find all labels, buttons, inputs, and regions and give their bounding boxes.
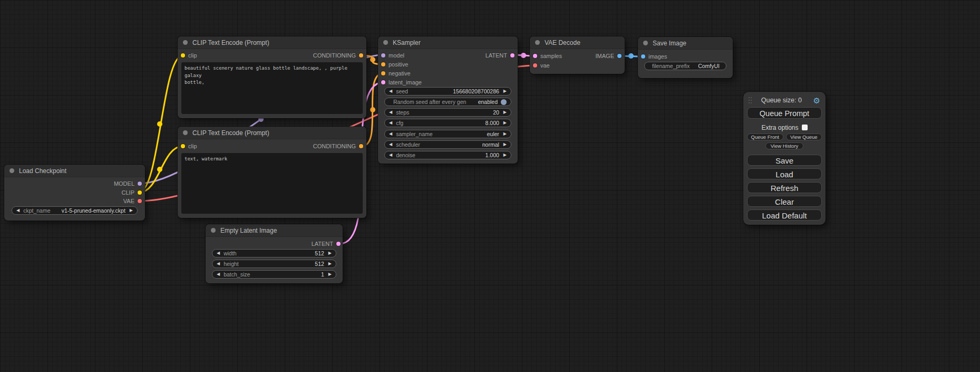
vae-slot-dot[interactable] [533, 63, 537, 68]
queue-prompt-button[interactable]: Queue Prompt [747, 107, 822, 119]
node-title-bar[interactable]: Save Image [638, 37, 733, 50]
node-graph-canvas[interactable]: Load Checkpoint MODEL CLIP VAE ckpt_name… [0, 0, 980, 372]
image-slot-dot[interactable] [617, 54, 622, 58]
node-empty-latent-image[interactable]: Empty Latent Image LATENT width 512 heig… [206, 224, 343, 283]
output-slot-conditioning[interactable]: CONDITIONING [313, 51, 363, 60]
node-collapse-dot[interactable] [535, 40, 540, 45]
stepper-right-icon[interactable] [503, 110, 507, 115]
output-slot-image[interactable]: IMAGE [596, 52, 622, 60]
cfg-widget[interactable]: cfg 8.000 [384, 119, 511, 127]
stepper-left-icon[interactable] [217, 272, 220, 276]
node-collapse-dot[interactable] [183, 130, 188, 135]
link-midpoint-dot[interactable] [370, 57, 375, 62]
link-midpoint-dot[interactable] [157, 121, 162, 127]
clip-slot-dot[interactable] [181, 53, 185, 58]
link-midpoint-dot[interactable] [157, 167, 162, 172]
input-slot-vae[interactable]: vae [533, 61, 550, 70]
queue-front-button[interactable]: Queue Front [747, 133, 783, 140]
node-save-image[interactable]: Save Image images filename_prefix ComfyU… [638, 37, 733, 78]
stepper-left-icon[interactable] [389, 132, 392, 136]
denoise-widget[interactable]: denoise 1.000 [384, 151, 511, 159]
node-collapse-dot[interactable] [183, 40, 188, 45]
filename-prefix-widget[interactable]: filename_prefix ComfyUI [644, 62, 726, 70]
node-title-bar[interactable]: Load Checkpoint [4, 165, 145, 177]
vae-slot-dot[interactable] [138, 199, 142, 203]
load-default-button[interactable]: Load Default [747, 209, 822, 221]
node-title-bar[interactable]: KSampler [378, 36, 518, 49]
node-collapse-dot[interactable] [643, 41, 648, 45]
scheduler-widget[interactable]: scheduler normal [384, 140, 511, 149]
positive-prompt-textarea[interactable]: beautiful scenery nature glass bottle la… [181, 62, 363, 114]
stepper-right-icon[interactable] [503, 142, 507, 147]
input-slot-images[interactable]: images [641, 52, 667, 61]
queue-menu-panel[interactable]: Queue size: 0 Queue Prompt Extra options… [743, 92, 826, 225]
stepper-right-icon[interactable] [328, 251, 332, 255]
link-midpoint-dot[interactable] [370, 107, 375, 112]
steps-widget[interactable]: steps 20 [384, 108, 511, 117]
stepper-right-icon[interactable] [503, 132, 507, 136]
output-slot-clip[interactable]: CLIP [122, 188, 142, 197]
model-slot-dot[interactable] [138, 182, 142, 186]
sampler-name-widget[interactable]: sampler_name euler [384, 130, 511, 138]
stepper-left-icon[interactable] [389, 142, 392, 147]
settings-gear-icon[interactable] [813, 97, 820, 104]
node-clip-text-encode-negative[interactable]: CLIP Text Encode (Prompt) clip CONDITION… [178, 127, 366, 218]
input-slot-samples[interactable]: samples [533, 52, 562, 60]
input-slot-positive[interactable]: positive [381, 60, 408, 69]
latent-slot-dot[interactable] [381, 80, 385, 84]
input-slot-clip[interactable]: clip [181, 51, 197, 60]
model-slot-dot[interactable] [381, 53, 385, 58]
output-slot-vae[interactable]: VAE [123, 197, 142, 205]
latent-slot-dot[interactable] [533, 54, 537, 58]
height-widget[interactable]: height 512 [212, 260, 336, 268]
node-title-bar[interactable]: VAE Decode [530, 36, 625, 49]
node-collapse-dot[interactable] [211, 228, 216, 233]
batch-size-widget[interactable]: batch_size 1 [212, 270, 336, 279]
node-collapse-dot[interactable] [383, 40, 388, 45]
stepper-right-icon[interactable] [328, 272, 332, 276]
stepper-left-icon[interactable] [217, 262, 220, 266]
node-load-checkpoint[interactable]: Load Checkpoint MODEL CLIP VAE ckpt_name… [4, 165, 145, 221]
latent-slot-dot[interactable] [336, 242, 341, 246]
node-clip-text-encode-positive[interactable]: CLIP Text Encode (Prompt) clip CONDITION… [178, 36, 366, 118]
stepper-right-icon[interactable] [130, 208, 133, 213]
output-slot-latent[interactable]: LATENT [486, 51, 515, 60]
latent-slot-dot[interactable] [510, 53, 515, 58]
view-history-button[interactable]: View History [765, 142, 803, 149]
load-button[interactable]: Load [747, 168, 822, 179]
input-slot-clip[interactable]: clip [181, 142, 197, 150]
node-title-bar[interactable]: Empty Latent Image [206, 224, 343, 237]
stepper-right-icon[interactable] [503, 153, 507, 157]
input-slot-negative[interactable]: negative [381, 69, 411, 78]
image-slot-dot[interactable] [641, 54, 645, 59]
conditioning-slot-dot[interactable] [359, 144, 363, 148]
output-slot-model[interactable]: MODEL [114, 179, 142, 188]
stepper-left-icon[interactable] [16, 208, 20, 213]
random-seed-toggle-widget[interactable]: Random seed after every gen enabled [384, 98, 511, 106]
node-title-bar[interactable]: CLIP Text Encode (Prompt) [178, 36, 366, 49]
stepper-right-icon[interactable] [503, 121, 507, 125]
output-slot-latent[interactable]: LATENT [312, 240, 341, 248]
node-vae-decode[interactable]: VAE Decode samples vae IMAGE [530, 36, 625, 74]
node-collapse-dot[interactable] [9, 168, 14, 173]
stepper-left-icon[interactable] [389, 110, 392, 115]
width-widget[interactable]: width 512 [212, 249, 336, 257]
link-midpoint-dot[interactable] [628, 53, 634, 59]
refresh-button[interactable]: Refresh [747, 182, 822, 193]
view-queue-button[interactable]: View Queue [786, 133, 822, 140]
extra-options-checkbox[interactable] [802, 125, 808, 130]
ckpt-name-widget[interactable]: ckpt_name v1-5-pruned-emaonly.ckpt [12, 206, 138, 215]
conditioning-slot-dot[interactable] [381, 62, 385, 66]
stepper-left-icon[interactable] [389, 121, 392, 125]
node-ksampler[interactable]: KSampler model positive negative latent_… [378, 36, 518, 164]
clear-button[interactable]: Clear [747, 196, 822, 207]
stepper-right-icon[interactable] [328, 262, 332, 266]
clip-slot-dot[interactable] [181, 144, 185, 148]
stepper-right-icon[interactable] [503, 89, 507, 93]
stepper-left-icon[interactable] [217, 251, 220, 255]
save-button[interactable]: Save [747, 155, 822, 166]
clip-slot-dot[interactable] [138, 190, 142, 195]
conditioning-slot-dot[interactable] [359, 53, 363, 58]
input-slot-latent-image[interactable]: latent_image [381, 78, 422, 87]
toggle-enabled-icon[interactable] [501, 99, 507, 105]
